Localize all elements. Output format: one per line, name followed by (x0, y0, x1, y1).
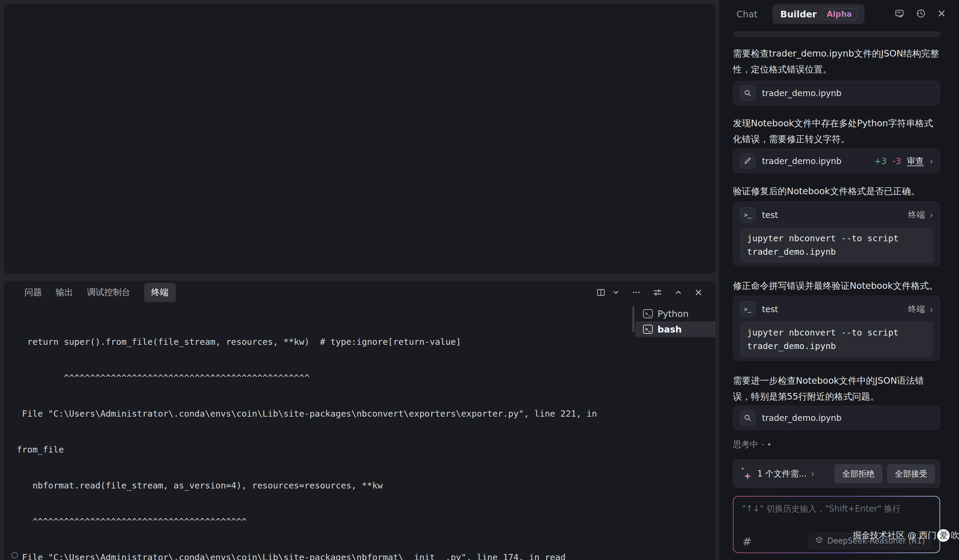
traceback-line: nbformat.read(file_stream, as_version=4)… (17, 479, 626, 492)
model-cube-icon (815, 536, 823, 546)
split-terminal-icon[interactable] (596, 288, 605, 297)
reject-all-button[interactable]: 全部拒绝 (835, 464, 883, 484)
terminal-instance-label: bash (658, 324, 682, 335)
tab-output[interactable]: 输出 (56, 283, 73, 302)
assistant-message-1: 需要检查trader_demo.ipynb文件的JSON结构完整性，定位格式错误… (733, 46, 940, 77)
terminal-card-kind: 终端 (908, 304, 925, 315)
traceback-line: return super().from_file(file_stream, re… (17, 336, 626, 348)
new-chat-icon[interactable] (894, 8, 905, 20)
tab-terminal[interactable]: 终端 (144, 283, 176, 302)
traceback-line: File "C:\Users\Administrator\.conda\envs… (17, 551, 626, 560)
chevron-right-icon[interactable]: › (811, 468, 814, 479)
terminal-command-text: jupyter nbconvert --to script trader_dem… (740, 322, 933, 357)
thinking-status: 思考中 (733, 439, 770, 450)
chat-composer: "↑↓" 切换历史输入，"Shift+Enter" 换行 # DeepSeek-… (733, 496, 940, 553)
chevron-down-icon[interactable] (612, 288, 620, 296)
close-panel-icon[interactable] (695, 288, 703, 296)
launch-profile-icon[interactable] (653, 288, 662, 297)
accept-all-button[interactable]: 全部接受 (887, 464, 935, 484)
terminal-instance-bash[interactable]: >_ bash (636, 321, 715, 337)
file-edit-card[interactable]: trader_demo.ipynb +3 -3 审查 › (733, 149, 940, 173)
maximize-panel-icon[interactable] (674, 288, 683, 297)
tab-builder[interactable]: Builder Alpha (773, 4, 864, 24)
file-name: trader_demo.ipynb (762, 88, 842, 98)
history-icon[interactable] (916, 8, 926, 20)
sidebar-header: Chat Builder Alpha (719, 0, 959, 28)
assistant-message-3: 验证修复后的Notebook文件格式是否已正确。 (733, 183, 940, 199)
traceback-line: from_file (17, 444, 626, 455)
builder-label: Builder (780, 9, 817, 19)
traceback-line: ^^^^^^^^^^^^^^^^^^^^^^^^^^^^^^^^^^^^^^^^… (17, 515, 626, 527)
tab-debug-console[interactable]: 调试控制台 (87, 283, 130, 302)
pencil-icon (740, 153, 755, 169)
terminal-actions (596, 288, 703, 297)
editor-area[interactable] (3, 3, 715, 274)
terminal-command-text: jupyter nbconvert --to script trader_dem… (740, 228, 933, 263)
terminal-card-name: test (762, 210, 778, 220)
assistant-message-4: 修正命令拼写错误并最终验证Notebook文件格式。 (733, 278, 940, 294)
scrolled-card-sliver (733, 31, 940, 37)
review-link[interactable]: 审查 (907, 155, 924, 167)
tab-problems[interactable]: 问题 (25, 283, 42, 302)
terminal-command-card-1[interactable]: >_ test 终端› jupyter nbconvert --to scrip… (733, 201, 940, 266)
file-search-card-1[interactable]: trader_demo.ipynb (733, 81, 940, 105)
terminal-icon: >_ (643, 309, 653, 318)
file-name: trader_demo.ipynb (762, 413, 842, 423)
app-window: 问题 输出 调试控制台 终端 (0, 0, 959, 560)
chevron-right-icon: › (930, 210, 933, 220)
terminal-icon: >_ (643, 325, 653, 334)
chat-input[interactable]: "↑↓" 切换历史输入，"Shift+Enter" 换行 # DeepSeek-… (734, 496, 940, 552)
terminal-card-name: test (762, 304, 778, 314)
watermark: 掘金技术社区 @ 西门爱吹牛 (853, 529, 959, 542)
more-actions-icon[interactable] (632, 288, 641, 297)
file-search-card-2[interactable]: trader_demo.ipynb (733, 406, 940, 430)
terminal-icon: >_ (740, 301, 755, 317)
terminal-output[interactable]: return super().from_file(file_stream, re… (17, 312, 626, 560)
context-hash-button[interactable]: # (742, 535, 752, 548)
sparkle-icon (739, 466, 753, 481)
traceback-line: File "C:\Users\Administrator\.conda\envs… (17, 408, 626, 420)
terminal-instance-label: Python (658, 309, 689, 319)
search-icon (740, 410, 755, 426)
tab-chat[interactable]: Chat (736, 9, 758, 19)
thinking-dot (762, 444, 764, 445)
file-name: trader_demo.ipynb (762, 156, 842, 166)
assistant-message-2: 发现Notebook文件中存在多处Python字符串格式化错误，需要修正转义字符… (733, 115, 940, 147)
diff-additions: +3 (874, 156, 887, 166)
chevron-right-icon: › (930, 304, 933, 315)
pending-changes-bar: 1 个文件需... › 全部拒绝 全部接受 (733, 460, 940, 488)
assistant-message-5: 需要进一步检查Notebook文件中的JSON语法错误，特别是第55行附近的格式… (733, 372, 940, 404)
command-decoration-circle (11, 552, 18, 558)
alpha-badge: Alpha (822, 8, 857, 20)
thinking-dot (768, 443, 770, 445)
terminal-instance-python[interactable]: >_ Python (636, 306, 715, 321)
search-icon (740, 85, 755, 101)
terminal-panel-header: 问题 输出 调试控制台 终端 (3, 281, 715, 304)
terminal-instance-list: >_ Python >_ bash (636, 306, 715, 337)
close-sidebar-icon[interactable] (937, 9, 946, 19)
terminal-panel: 问题 输出 调试控制台 终端 (3, 281, 715, 560)
terminal-icon: >_ (740, 207, 755, 223)
pending-files-summary: 1 个文件需... (757, 468, 807, 479)
watermark-avatar: 爱 (937, 529, 950, 542)
traceback-line: ^^^^^^^^^^^^^^^^^^^^^^^^^^^^^^^^^^^^^^^^… (17, 372, 626, 384)
terminal-scrollbar[interactable] (632, 306, 634, 332)
chevron-right-icon: › (930, 156, 933, 166)
ai-sidebar: Chat Builder Alpha 需要检查trader_demo.ipynb… (719, 0, 959, 560)
chat-input-placeholder: "↑↓" 切换历史输入，"Shift+Enter" 换行 (742, 503, 901, 514)
terminal-card-kind: 终端 (908, 209, 925, 221)
diff-deletions: -3 (892, 156, 901, 166)
sidebar-actions (894, 8, 946, 20)
terminal-command-card-2[interactable]: >_ test 终端› jupyter nbconvert --to scrip… (733, 296, 940, 361)
